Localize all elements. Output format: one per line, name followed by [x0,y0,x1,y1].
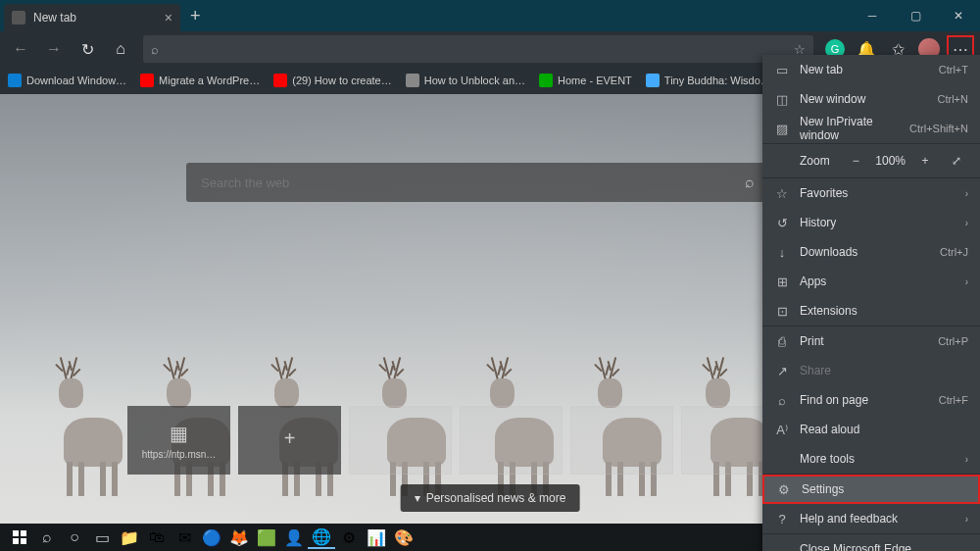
edge-icon[interactable]: 🌐 [308,526,335,549]
bookmark-item[interactable]: Download Window… [8,74,126,87]
address-bar[interactable]: ⌕ ☆ [143,35,813,63]
menu-print[interactable]: ⎙PrintCtrl+P [762,326,980,356]
tab-title: New tab [33,11,165,25]
empty-tile[interactable] [460,406,563,475]
menu-help[interactable]: ?Help and feedback› [762,504,980,533]
mail-icon[interactable]: ✉ [171,526,198,549]
new-window-icon: ◫ [774,92,790,107]
extensions-icon: ⊡ [774,304,790,319]
chevron-right-icon: › [965,276,968,287]
gear-icon: ⚙ [776,482,792,497]
zoom-in-button[interactable]: + [913,154,937,168]
close-window-button[interactable]: ✕ [937,0,980,31]
news-button-label: Personalised news & more [426,491,566,505]
share-icon: ↗ [774,364,790,378]
menu-apps[interactable]: ⊞Apps› [762,267,980,296]
menu-find[interactable]: ⌕Find on pageCtrl+F [762,385,980,415]
menu-new-tab[interactable]: ▭New tabCtrl+T [762,55,980,84]
news-toggle-button[interactable]: ▾ Personalised news & more [401,484,580,512]
file-explorer-icon[interactable]: 📁 [116,526,143,549]
site-icon: ▦ [170,422,188,445]
tab-favicon [12,11,25,25]
menu-share: ↗Share [762,356,980,385]
menu-read-aloud[interactable]: A⁾Read aloud [762,415,980,444]
apps-icon: ⊞ [774,275,790,289]
menu-close-edge[interactable]: Close Microsoft Edge [762,534,980,551]
chevron-right-icon: › [965,514,968,525]
menu-new-window[interactable]: ◫New windowCtrl+N [762,84,980,114]
menu-new-inprivate[interactable]: ▨New InPrivate windowCtrl+Shift+N [762,114,980,143]
quick-link-tile[interactable]: ▦ https://ntp.msn… [127,406,230,475]
bookmark-label: Tiny Buddha: Wisdo… [664,75,771,86]
svg-rect-2 [13,538,19,544]
excel-icon[interactable]: 📊 [363,526,390,549]
read-aloud-icon: A⁾ [774,423,790,437]
bookmark-item[interactable]: How to Unblock an… [406,74,525,87]
bookmark-label: Migrate a WordPre… [159,75,260,86]
minimize-button[interactable]: ─ [851,0,894,31]
menu-more-tools[interactable]: More tools› [762,444,980,474]
find-icon: ⌕ [774,393,790,408]
search-icon: ⌕ [151,42,159,57]
bookmark-label: How to Unblock an… [424,75,525,86]
web-search-box[interactable]: ⌕ [186,163,769,202]
print-icon: ⎙ [774,334,790,349]
close-tab-icon[interactable]: × [165,10,172,25]
new-tab-icon: ▭ [774,63,790,77]
app-icon[interactable]: 🟩 [253,526,280,549]
bookmark-item[interactable]: Tiny Buddha: Wisdo… [646,74,771,87]
empty-tile[interactable] [349,406,452,475]
firefox-icon[interactable]: 🦊 [225,526,253,549]
web-search-input[interactable] [201,175,745,190]
svg-rect-0 [13,530,19,536]
download-icon: ↓ [774,245,790,260]
add-tile-button[interactable]: + [238,406,341,475]
svg-rect-3 [21,538,26,544]
bookmark-item[interactable]: Migrate a WordPre… [140,74,260,87]
menu-settings[interactable]: ⚙Settings [762,475,980,504]
chrome-icon[interactable]: 🔵 [198,526,225,549]
menu-history[interactable]: ↺History› [762,208,980,237]
chevron-right-icon: › [965,218,968,228]
chevron-right-icon: › [965,454,968,465]
paint-icon[interactable]: 🎨 [390,526,417,549]
address-input[interactable] [165,42,794,57]
maximize-button[interactable]: ▢ [894,0,937,31]
forward-button[interactable]: → [39,34,69,64]
back-button[interactable]: ← [6,34,35,64]
taskbar-search-icon[interactable]: ⌕ [33,526,61,549]
microsoft-store-icon[interactable]: 🛍 [143,526,171,549]
bookmark-item[interactable]: Home - EVENT [539,74,632,87]
start-button[interactable] [6,526,33,549]
search-icon[interactable]: ⌕ [745,174,755,191]
menu-extensions[interactable]: ⊡Extensions [762,296,980,326]
task-view-icon[interactable]: ▭ [88,526,116,549]
bookmark-item[interactable]: (29) How to create… [273,74,391,87]
settings-icon[interactable]: ⚙ [335,526,363,549]
quick-links: ▦ https://ntp.msn… + [127,406,784,475]
refresh-button[interactable]: ↻ [73,34,102,64]
bookmark-label: Home - EVENT [558,75,632,86]
empty-tile[interactable] [570,406,673,475]
bookmark-label: (29) How to create… [292,75,391,86]
home-button[interactable]: ⌂ [106,34,135,64]
star-icon: ☆ [774,186,790,201]
app-icon[interactable]: 👤 [280,526,308,549]
zoom-out-button[interactable]: − [844,154,867,168]
browser-tab[interactable]: New tab × [4,4,180,31]
svg-rect-1 [21,530,26,536]
chevron-down-icon: ▾ [415,491,420,505]
titlebar: New tab × + ─ ▢ ✕ [0,0,980,31]
bookmark-label: Download Window… [26,75,126,86]
new-tab-button[interactable]: + [190,6,201,26]
tile-label: https://ntp.msn… [142,449,217,460]
inprivate-icon: ▨ [774,122,790,136]
settings-dropdown-menu: ▭New tabCtrl+T ◫New windowCtrl+N ▨New In… [762,55,980,551]
chevron-right-icon: › [965,188,968,199]
menu-zoom: Zoom−100%+⤢ [762,144,980,177]
zoom-value: 100% [875,154,906,168]
menu-downloads[interactable]: ↓DownloadsCtrl+J [762,237,980,267]
menu-favorites[interactable]: ☆Favorites› [762,178,980,208]
fullscreen-button[interactable]: ⤢ [945,154,968,168]
cortana-icon[interactable]: ○ [61,526,88,549]
